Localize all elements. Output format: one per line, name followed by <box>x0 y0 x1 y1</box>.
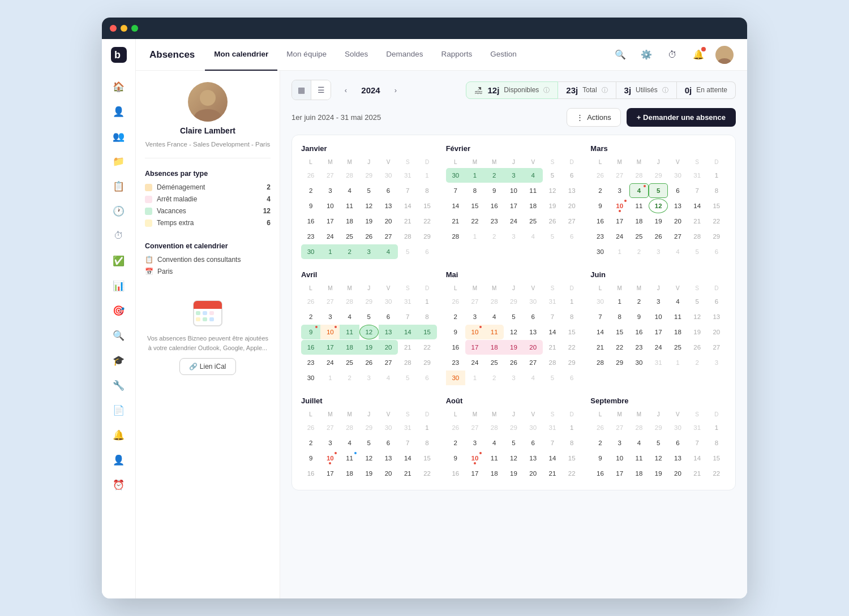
day-cell[interactable]: 3 <box>707 355 726 370</box>
day-cell[interactable]: 22 <box>562 340 581 355</box>
day-cell[interactable]: 2 <box>340 244 359 259</box>
day-cell[interactable]: 30 <box>629 355 649 370</box>
day-cell[interactable]: 10 <box>465 325 484 339</box>
day-cell[interactable]: 26 <box>301 294 320 309</box>
day-cell[interactable]: 11 <box>484 451 504 466</box>
day-cell[interactable]: 1 <box>610 294 629 309</box>
day-cell[interactable]: 30 <box>379 168 398 183</box>
day-cell[interactable]: 28 <box>398 229 417 244</box>
day-cell[interactable]: 13 <box>562 183 581 198</box>
day-cell-today[interactable]: 4 <box>629 183 649 198</box>
day-cell[interactable]: 4 <box>668 294 687 309</box>
day-cell[interactable]: 31 <box>398 294 417 309</box>
day-cell[interactable]: 19 <box>504 466 523 481</box>
day-cell[interactable]: 28 <box>340 294 359 309</box>
day-cell[interactable]: 27 <box>610 420 629 435</box>
day-cell[interactable]: 30 <box>379 420 398 435</box>
actions-button[interactable]: ⋮ Actions <box>567 108 621 127</box>
day-cell[interactable]: 12 <box>504 325 523 339</box>
day-cell[interactable]: 19 <box>688 325 707 339</box>
day-cell[interactable]: 17 <box>320 214 340 229</box>
day-cell[interactable]: 21 <box>543 466 562 481</box>
day-cell[interactable]: 11 <box>340 325 359 339</box>
day-cell[interactable]: 4 <box>668 244 687 259</box>
sidebar-home-icon[interactable]: 🏠 <box>108 75 130 98</box>
day-cell[interactable]: 5 <box>504 436 523 450</box>
day-cell[interactable]: 8 <box>707 436 726 450</box>
day-cell[interactable]: 29 <box>504 420 523 435</box>
day-cell[interactable]: 6 <box>707 244 726 259</box>
day-cell[interactable]: 29 <box>359 168 379 183</box>
day-cell[interactable]: 22 <box>562 466 581 481</box>
day-cell[interactable]: 2 <box>484 229 504 244</box>
day-cell[interactable]: 3 <box>610 183 629 198</box>
day-cell[interactable]: 23 <box>590 229 610 244</box>
sidebar-graduation-icon[interactable]: 🎓 <box>108 349 130 372</box>
day-cell[interactable]: 7 <box>688 436 707 450</box>
tab-gestion[interactable]: Gestion <box>481 39 526 71</box>
day-cell[interactable]: 31 <box>649 355 668 370</box>
day-cell[interactable]: 27 <box>610 168 629 183</box>
day-cell[interactable]: 25 <box>629 229 649 244</box>
day-cell[interactable]: 27 <box>668 229 687 244</box>
sidebar-time-icon[interactable]: ⏰ <box>108 473 130 496</box>
day-cell[interactable]: 6 <box>417 371 436 385</box>
day-cell[interactable]: 1 <box>465 371 484 385</box>
day-cell[interactable]: 2 <box>446 309 465 324</box>
day-cell[interactable]: 10 <box>320 325 340 339</box>
sidebar-search-icon[interactable]: 🔍 <box>108 324 130 347</box>
day-cell[interactable]: 29 <box>649 420 668 435</box>
sidebar-target-icon[interactable]: 🎯 <box>108 299 130 322</box>
day-cell[interactable]: 20 <box>707 325 726 339</box>
day-cell[interactable]: 8 <box>562 436 581 450</box>
day-cell[interactable]: 10 <box>320 451 340 466</box>
day-cell[interactable]: 8 <box>417 309 436 324</box>
day-cell[interactable]: 13 <box>668 451 687 466</box>
day-cell[interactable]: 11 <box>668 309 687 324</box>
tab-mon-equipe[interactable]: Mon équipe <box>277 39 336 71</box>
day-cell[interactable]: 25 <box>484 355 504 370</box>
day-cell[interactable]: 4 <box>340 183 359 198</box>
day-cell[interactable]: 3 <box>465 436 484 450</box>
day-cell[interactable]: 11 <box>629 451 649 466</box>
day-cell[interactable]: 27 <box>320 294 340 309</box>
notification-button[interactable]: 🔔 <box>689 46 707 64</box>
day-cell[interactable]: 5 <box>398 244 417 259</box>
day-cell[interactable]: 30 <box>379 294 398 309</box>
day-cell[interactable]: 1 <box>465 229 484 244</box>
day-cell[interactable]: 31 <box>543 420 562 435</box>
day-cell[interactable]: 28 <box>340 168 359 183</box>
day-cell[interactable]: 2 <box>688 355 707 370</box>
day-cell[interactable]: 21 <box>398 466 417 481</box>
day-cell[interactable]: 18 <box>668 325 687 339</box>
day-cell[interactable]: 8 <box>417 183 436 198</box>
day-cell[interactable]: 5 <box>359 309 379 324</box>
sidebar-person-icon[interactable]: 👤 <box>108 449 130 471</box>
day-cell[interactable]: 4 <box>524 168 543 183</box>
day-cell[interactable]: 2 <box>629 244 649 259</box>
day-cell[interactable]: 12 <box>649 451 668 466</box>
day-cell[interactable]: 7 <box>543 309 562 324</box>
day-cell[interactable]: 6 <box>562 371 581 385</box>
day-cell[interactable]: 6 <box>417 244 436 259</box>
day-cell[interactable]: 9 <box>629 309 649 324</box>
day-cell[interactable]: 2 <box>301 183 320 198</box>
day-cell[interactable]: 18 <box>524 199 543 213</box>
day-cell[interactable]: 28 <box>398 355 417 370</box>
day-cell[interactable]: 18 <box>340 214 359 229</box>
day-cell[interactable]: 1 <box>610 244 629 259</box>
day-cell[interactable]: 25 <box>340 229 359 244</box>
day-cell[interactable]: 10 <box>320 199 340 213</box>
day-cell[interactable]: 10 <box>465 451 484 466</box>
day-cell[interactable]: 5 <box>649 436 668 450</box>
day-cell[interactable]: 9 <box>484 183 504 198</box>
day-cell[interactable]: 2 <box>590 183 610 198</box>
day-cell[interactable]: 25 <box>524 214 543 229</box>
disponibles-info[interactable]: ⓘ <box>543 86 550 94</box>
day-cell[interactable]: 3 <box>649 294 668 309</box>
day-cell[interactable]: 23 <box>301 355 320 370</box>
day-cell[interactable]: 5 <box>543 371 562 385</box>
minimize-dot[interactable] <box>121 25 127 32</box>
day-cell[interactable]: 14 <box>446 199 465 213</box>
day-cell[interactable]: 4 <box>484 309 504 324</box>
